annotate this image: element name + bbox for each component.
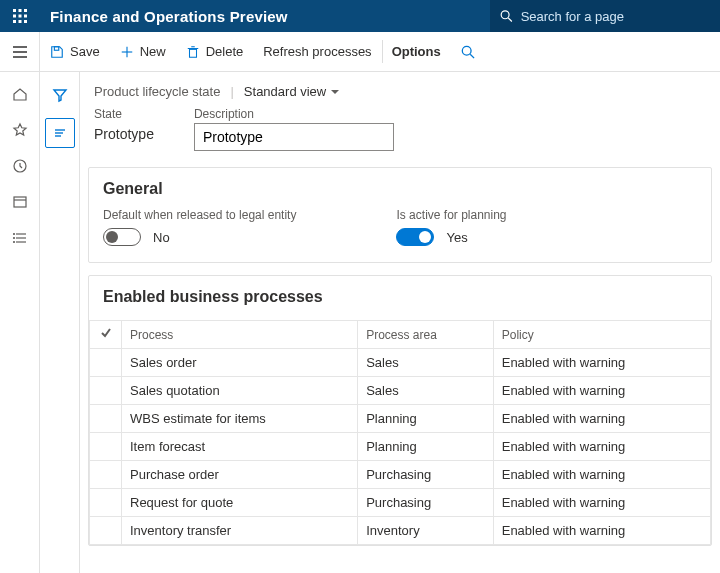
svg-rect-8 (24, 20, 27, 23)
row-selector[interactable] (90, 489, 122, 517)
list-icon (12, 230, 28, 246)
left-nav-rail (0, 72, 40, 573)
view-rail (40, 72, 80, 573)
released-toggle[interactable] (103, 228, 141, 246)
cell-policy[interactable]: Enabled with warning (493, 349, 710, 377)
breadcrumb-page: Product lifecycle state (94, 84, 220, 99)
svg-point-29 (13, 238, 14, 239)
filter-button[interactable] (45, 80, 75, 110)
plus-icon (120, 45, 134, 59)
row-selector[interactable] (90, 405, 122, 433)
description-input[interactable] (194, 123, 394, 151)
cell-area[interactable]: Sales (358, 377, 494, 405)
svg-rect-17 (189, 49, 196, 57)
view-selector[interactable]: Standard view (244, 84, 340, 99)
svg-rect-14 (54, 46, 58, 50)
options-label: Options (392, 44, 441, 59)
svg-rect-0 (13, 9, 16, 12)
cell-area[interactable]: Planning (358, 405, 494, 433)
released-label: Default when released to legal entity (103, 208, 296, 222)
table-row[interactable]: Sales orderSalesEnabled with warning (90, 349, 711, 377)
general-title: General (89, 168, 711, 208)
row-selector[interactable] (90, 517, 122, 545)
cell-area[interactable]: Sales (358, 349, 494, 377)
cell-area[interactable]: Inventory (358, 517, 494, 545)
cell-process[interactable]: Request for quote (122, 489, 358, 517)
funnel-icon (52, 87, 68, 103)
table-row[interactable]: Purchase orderPurchasingEnabled with war… (90, 461, 711, 489)
modules-button[interactable] (6, 224, 34, 252)
table-row[interactable]: Item forecastPlanningEnabled with warnin… (90, 433, 711, 461)
chevron-down-icon (330, 87, 340, 97)
save-button[interactable]: Save (40, 32, 110, 71)
lines-icon (52, 125, 68, 141)
table-row[interactable]: Sales quotationSalesEnabled with warning (90, 377, 711, 405)
released-value: No (153, 230, 170, 245)
planning-toggle[interactable] (396, 228, 434, 246)
cell-process[interactable]: Inventory transfer (122, 517, 358, 545)
cell-area[interactable]: Purchasing (358, 489, 494, 517)
row-selector[interactable] (90, 377, 122, 405)
favorites-button[interactable] (6, 116, 34, 144)
svg-point-9 (501, 11, 509, 19)
check-icon (100, 327, 112, 339)
table-row[interactable]: Request for quotePurchasingEnabled with … (90, 489, 711, 517)
breadcrumb-bar: Product lifecycle state | Standard view (80, 72, 720, 107)
col-policy[interactable]: Policy (493, 321, 710, 349)
refresh-label: Refresh processes (263, 44, 371, 59)
svg-rect-3 (13, 15, 16, 18)
star-icon (12, 122, 28, 138)
svg-rect-6 (13, 20, 16, 23)
find-button[interactable] (451, 32, 485, 71)
hamburger-icon (12, 44, 28, 60)
svg-line-21 (470, 54, 474, 58)
options-button[interactable]: Options (382, 32, 451, 71)
workspace-icon (12, 194, 28, 210)
select-all-header[interactable] (90, 321, 122, 349)
cell-process[interactable]: Purchase order (122, 461, 358, 489)
svg-line-10 (508, 18, 512, 22)
list-view-button[interactable] (45, 118, 75, 148)
processes-title: Enabled business processes (89, 276, 711, 316)
svg-rect-4 (19, 15, 22, 18)
cell-process[interactable]: Sales quotation (122, 377, 358, 405)
new-label: New (140, 44, 166, 59)
cell-policy[interactable]: Enabled with warning (493, 377, 710, 405)
breadcrumb-separator: | (230, 84, 233, 99)
global-search[interactable] (490, 0, 720, 32)
col-process[interactable]: Process (122, 321, 358, 349)
global-search-input[interactable] (521, 9, 710, 24)
state-label: State (94, 107, 154, 121)
planning-toggle-group: Is active for planning Yes (396, 208, 506, 246)
action-bar: Save New Delete Refresh processes Option… (0, 32, 720, 72)
col-area[interactable]: Process area (358, 321, 494, 349)
cell-policy[interactable]: Enabled with warning (493, 517, 710, 545)
nav-toggle-button[interactable] (0, 32, 40, 72)
cell-area[interactable]: Planning (358, 433, 494, 461)
cell-policy[interactable]: Enabled with warning (493, 405, 710, 433)
table-row[interactable]: WBS estimate for itemsPlanningEnabled wi… (90, 405, 711, 433)
processes-section: Enabled business processes Process Proce… (88, 275, 712, 546)
svg-point-28 (13, 234, 14, 235)
cell-policy[interactable]: Enabled with warning (493, 433, 710, 461)
cell-policy[interactable]: Enabled with warning (493, 461, 710, 489)
new-button[interactable]: New (110, 32, 176, 71)
main-content: Product lifecycle state | Standard view … (80, 72, 720, 573)
recent-button[interactable] (6, 152, 34, 180)
cell-process[interactable]: WBS estimate for items (122, 405, 358, 433)
row-selector[interactable] (90, 461, 122, 489)
row-selector[interactable] (90, 349, 122, 377)
row-selector[interactable] (90, 433, 122, 461)
cell-area[interactable]: Purchasing (358, 461, 494, 489)
table-row[interactable]: Inventory transferInventoryEnabled with … (90, 517, 711, 545)
state-value[interactable]: Prototype (94, 123, 154, 147)
cell-process[interactable]: Item forecast (122, 433, 358, 461)
refresh-processes-button[interactable]: Refresh processes (253, 32, 381, 71)
cell-process[interactable]: Sales order (122, 349, 358, 377)
home-button[interactable] (6, 80, 34, 108)
workspaces-button[interactable] (6, 188, 34, 216)
svg-point-20 (462, 46, 471, 55)
delete-button[interactable]: Delete (176, 32, 254, 71)
app-launcher-button[interactable] (0, 0, 40, 32)
cell-policy[interactable]: Enabled with warning (493, 489, 710, 517)
